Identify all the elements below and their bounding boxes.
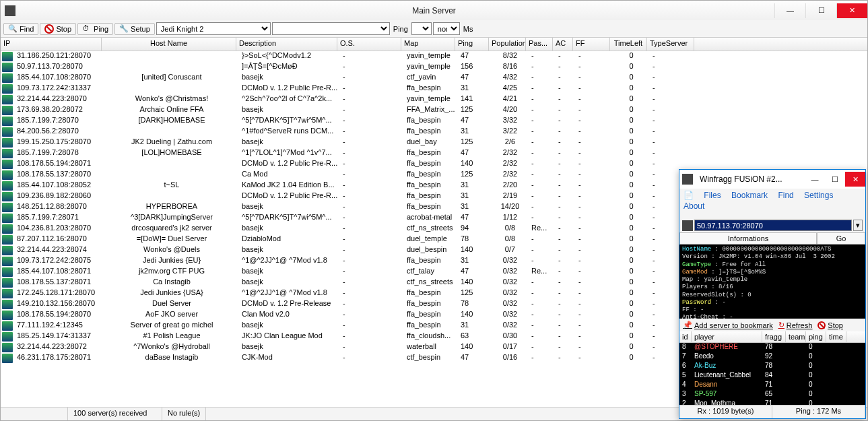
refresh-link[interactable]: ↻ Refresh: [778, 321, 813, 329]
menu-find[interactable]: Find: [778, 191, 793, 200]
server-icon: [2, 127, 13, 137]
menu-files[interactable]: Files: [704, 191, 721, 200]
stop-icon: [817, 321, 826, 329]
setup-button[interactable]: Setup: [114, 23, 155, 35]
sub-maximize-button[interactable]: ☐: [825, 172, 845, 187]
column-header[interactable]: TimeLeft: [610, 38, 647, 51]
clock-icon: [82, 24, 92, 34]
server-row[interactable]: 173.69.38.20:28072 Archaic Online FFA ba…: [1, 105, 867, 116]
menu-settings[interactable]: Settings: [804, 191, 833, 200]
column-header[interactable]: Map: [401, 38, 455, 51]
player-row[interactable]: 2Mon_Mothma710: [679, 399, 865, 405]
server-info-panel: HostName : 000000000000000000000000000AT…: [679, 245, 865, 319]
ping-value-select[interactable]: none: [433, 22, 460, 35]
server-row[interactable]: 84.200.56.2:28070 ^1#fod^ServeR runs DCM…: [1, 127, 867, 137]
sub-titlebar: Winfragg FUSiON #2... — ☐ ✕: [679, 170, 865, 189]
server-icon: [2, 52, 13, 61]
player-row[interactable]: 3SP-597650: [679, 390, 865, 399]
column-header[interactable]: Pas...: [526, 38, 553, 51]
address-dropdown[interactable]: ▾: [853, 220, 863, 231]
go-button[interactable]: Go: [817, 232, 865, 245]
server-icon: [2, 267, 13, 277]
server-icon: [2, 354, 13, 363]
sub-close-button[interactable]: ✕: [845, 172, 865, 187]
server-icon: [2, 257, 13, 266]
server-row[interactable]: 109.73.172.242:31337 DCMoD v. 1.2 Public…: [1, 84, 867, 94]
column-header[interactable]: TypeServer: [647, 38, 694, 51]
game-select[interactable]: Jedi Knight 2: [156, 22, 271, 35]
server-row[interactable]: 31.186.250.121:28070 }>SoL<{^DCModv1.2 -…: [1, 51, 867, 62]
stop-icon: [44, 24, 54, 34]
player-row[interactable]: 6Ak-Buz780: [679, 362, 865, 371]
server-icon: [2, 73, 13, 83]
server-icon: [2, 138, 13, 148]
menu-bookmark[interactable]: Bookmark: [731, 191, 768, 200]
server-row[interactable]: 50.97.113.70:28070 ]=ÂŢŜ=[^ĐcMøĐ - yavin…: [1, 62, 867, 73]
server-icon: [2, 170, 13, 180]
server-row[interactable]: 32.214.44.223:28070 Wonko's @Christmas! …: [1, 94, 867, 105]
server-icon: [2, 95, 13, 104]
tab-informations[interactable]: Informations: [679, 232, 817, 245]
sub-minimize-button[interactable]: —: [805, 172, 825, 187]
player-column-header[interactable]: team: [786, 331, 806, 342]
address-bar: ▾: [679, 218, 865, 232]
sub-menu: 📄 Files Bookmark Find Settings About: [679, 189, 865, 218]
server-row[interactable]: 108.178.55.194:28071 DCMoD v. 1.2 Public…: [1, 159, 867, 170]
player-row[interactable]: 8@STOPHERE780: [679, 343, 865, 352]
toolbar: Find Stop Ping Setup Jedi Knight 2 Ping …: [1, 20, 867, 38]
column-header[interactable]: Population: [489, 38, 526, 51]
column-header[interactable]: IP: [1, 38, 102, 51]
column-header[interactable]: Host Name: [102, 38, 236, 51]
add-bookmark-link[interactable]: 📌 Add server to bookmark: [683, 321, 773, 329]
ping-button[interactable]: Ping: [77, 23, 113, 35]
server-row[interactable]: 185.7.199.7:28078 [LOL]HOMEBASE ^1[^7LOL…: [1, 148, 867, 159]
status-servers: 100 server(s) received: [68, 408, 162, 420]
address-input[interactable]: [694, 220, 852, 231]
stop-link[interactable]: Stop: [817, 321, 843, 329]
find-button[interactable]: Find: [3, 23, 38, 35]
server-icon: [2, 106, 13, 115]
server-icon: [2, 203, 13, 212]
column-header[interactable]: FF: [573, 38, 610, 51]
player-column-header[interactable]: ping: [806, 331, 826, 342]
status-rx: Rx : 1019 byte(s): [679, 406, 772, 418]
server-icon: [2, 192, 13, 201]
maximize-button[interactable]: ☐: [805, 3, 836, 18]
player-column-header[interactable]: player: [692, 331, 762, 342]
player-column-header[interactable]: fragg: [762, 331, 786, 342]
player-row[interactable]: 5Lieutenant_Cabbel840: [679, 371, 865, 381]
player-column-header[interactable]: time: [826, 331, 846, 342]
server-icon: [2, 343, 13, 352]
server-icon: [2, 278, 13, 288]
sub-statusbar: Rx : 1019 byte(s) Ping : 172 Ms: [679, 405, 865, 418]
server-row[interactable]: 199.15.250.175:28070 JK2 Dueling | Zathu…: [1, 137, 867, 148]
server-icon: [2, 224, 13, 234]
window-title: Main Server: [412, 6, 456, 15]
server-icon: [2, 311, 13, 320]
server-icon: [2, 214, 13, 223]
menu-about[interactable]: About: [683, 201, 704, 211]
player-row[interactable]: 7Beedo920: [679, 352, 865, 362]
player-column-header[interactable]: id: [679, 331, 692, 342]
server-row[interactable]: 185.44.107.108:28070 [united] Coruscant …: [1, 73, 867, 84]
server-icon: [2, 181, 13, 191]
column-header[interactable]: Ping: [455, 38, 489, 51]
server-icon: [2, 84, 13, 94]
close-button[interactable]: ✕: [836, 3, 867, 18]
server-icon: [2, 160, 13, 169]
column-header[interactable]: Description: [236, 38, 337, 51]
titlebar: Main Server — ☐ ✕: [1, 1, 867, 20]
server-icon: [2, 332, 13, 342]
wrench-icon: [119, 24, 129, 34]
ping-op-select[interactable]: [411, 22, 432, 35]
column-header[interactable]: AC: [553, 38, 573, 51]
server-icon: [2, 246, 13, 255]
player-list[interactable]: 8@STOPHERE7807Beedo9206Ak-Buz7805Lieuten…: [679, 343, 865, 405]
minimize-button[interactable]: —: [774, 3, 805, 18]
player-row[interactable]: 4Desann710: [679, 381, 865, 390]
filter-select[interactable]: [272, 22, 390, 35]
server-row[interactable]: 185.7.199.7:28070 [DARK]HOMEBASE ^5[^7DA…: [1, 116, 867, 127]
server-icon: [682, 220, 693, 231]
stop-button[interactable]: Stop: [40, 23, 76, 35]
column-header[interactable]: O.S.: [337, 38, 401, 51]
